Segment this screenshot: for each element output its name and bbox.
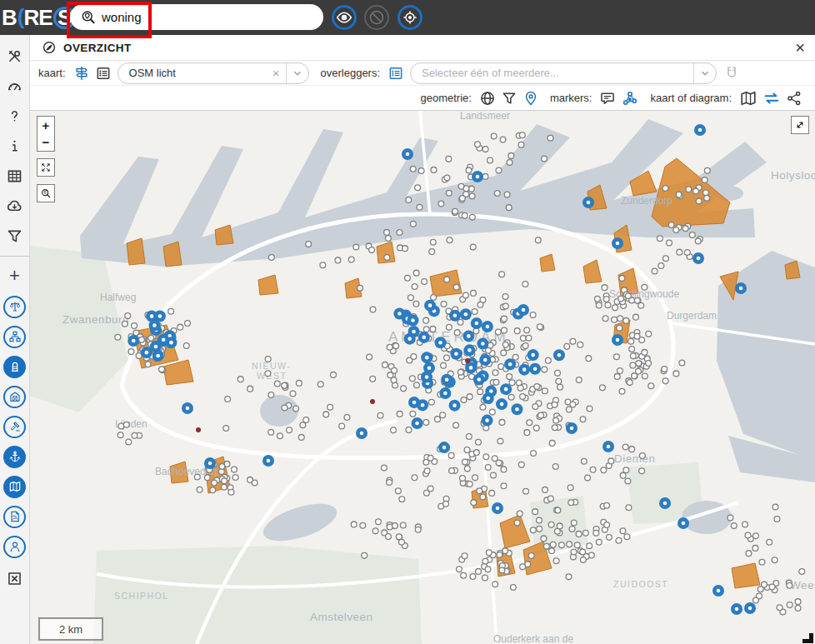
magnet-icon [722, 64, 741, 82]
building-circle [3, 356, 26, 378]
kaart-of-diagram-label: kaart of diagram: [650, 92, 732, 104]
compass-icon [42, 40, 57, 55]
sidebar-item-filter[interactable] [0, 221, 30, 251]
svg-text:Landsmeer: Landsmeer [460, 111, 510, 122]
geometry-toolbar: geometrie: markers: kaart of diagram: [30, 86, 815, 111]
comment-icon[interactable] [599, 90, 616, 107]
molecule-icon[interactable] [621, 89, 639, 107]
locate-button[interactable] [398, 5, 422, 30]
sidebar-item-bank[interactable] [0, 382, 30, 412]
panel-header: OVERZICHT × [30, 35, 815, 61]
share-icon[interactable] [786, 90, 802, 107]
map-icon[interactable] [739, 89, 758, 107]
funnel-icon[interactable] [501, 90, 518, 107]
sidebar-item-gavel[interactable] [0, 412, 30, 442]
overlay-select[interactable]: Selecteer één of meerdere... [410, 62, 717, 84]
hierarchy-circle [3, 326, 26, 348]
fullscreen-button[interactable] [791, 116, 809, 134]
question-icon [6, 107, 23, 125]
zoom-in-button[interactable]: + [37, 116, 55, 134]
resize-handle[interactable] [802, 633, 813, 643]
sidebar-divider [0, 256, 30, 257]
map-area[interactable]: LandsmeerHolyslootZunderdorpHalfwegZwane… [30, 111, 815, 644]
map-circle [3, 476, 26, 498]
table-icon [6, 167, 23, 185]
svg-text:NIEUW-: NIEUW- [252, 361, 291, 371]
expand-arrows-icon [40, 162, 52, 173]
person-icon [8, 540, 22, 553]
visibility-button[interactable] [332, 5, 357, 30]
gavel-circle [3, 416, 26, 438]
svg-text:Ouderkerk aan de: Ouderkerk aan de [493, 633, 573, 644]
x-square-icon [6, 570, 23, 587]
person-circle [3, 536, 26, 558]
overlay-placeholder: Selecteer één of meerdere... [411, 67, 693, 79]
markers-label: markers: [550, 92, 592, 104]
overleggers-label: overleggers: [321, 67, 381, 79]
scale-bar: 2 km [38, 617, 103, 641]
svg-text:ZUIDOOST: ZUIDOOST [613, 579, 668, 589]
sidebar-item-help[interactable] [0, 101, 30, 131]
search-zoom-button[interactable] [37, 184, 55, 202]
search-location-icon [80, 9, 97, 26]
svg-text:SCHIPHOL: SCHIPHOL [114, 591, 169, 601]
logo-letter: R [23, 5, 38, 31]
slash-circle-icon [368, 9, 385, 26]
fit-extent-button[interactable] [37, 158, 55, 177]
sidebar-item-add[interactable]: + [0, 260, 30, 292]
document-icon [8, 510, 22, 523]
sidebar-item-document[interactable] [0, 502, 30, 532]
panel-title: OVERZICHT [63, 42, 132, 54]
building-icon [8, 360, 22, 373]
cloud-download-icon [6, 197, 23, 215]
sidebar-item-anchor[interactable] [0, 442, 30, 472]
search-zoom-icon [40, 187, 52, 199]
kaart-label: kaart: [38, 67, 66, 79]
sidebar-item-tools[interactable] [0, 41, 30, 71]
tools-icon [6, 47, 23, 65]
bres-logo: B(RES [2, 4, 76, 31]
sidebar-item-dashboard[interactable] [0, 71, 30, 101]
sidebar-item-map[interactable] [0, 472, 30, 502]
signpost-icon[interactable] [73, 65, 90, 82]
sidebar-item-person[interactable] [0, 532, 30, 562]
logo-letter: E [38, 5, 52, 31]
zoom-out-button[interactable]: − [37, 133, 55, 152]
sidebar-item-download[interactable] [0, 191, 30, 221]
basemap-select[interactable]: OSM licht × [118, 62, 309, 84]
logo-paren: ( [18, 4, 24, 30]
funnel-icon [6, 227, 23, 245]
sidebar-item-table[interactable] [0, 161, 30, 191]
svg-text:Amstelveen: Amstelveen [310, 611, 373, 623]
top-bar: B(RES woning [0, 0, 815, 35]
disabled-button [364, 5, 389, 30]
sidebar: + [0, 35, 30, 644]
chevron-down-icon[interactable] [694, 63, 716, 83]
eye-icon [336, 9, 352, 26]
map-canvas[interactable]: LandsmeerHolyslootZunderdorpHalfwegZwane… [30, 111, 815, 644]
svg-text:Weesp: Weesp [790, 579, 815, 592]
sidebar-item-scales[interactable] [0, 292, 30, 322]
sidebar-item-info[interactable] [0, 131, 30, 161]
diag-expand-icon [794, 119, 806, 131]
swap-arrows-icon[interactable] [762, 89, 781, 107]
chevron-down-icon[interactable] [287, 63, 308, 83]
sidebar-item-close-panel[interactable] [0, 563, 30, 593]
layer-list-icon[interactable] [95, 65, 112, 82]
location-pin-icon[interactable] [522, 90, 539, 107]
svg-text:Zwanenburg: Zwanenburg [62, 313, 129, 326]
overlay-list-icon[interactable] [388, 65, 404, 82]
search-input[interactable]: woning [70, 4, 323, 30]
close-icon[interactable]: × [795, 39, 805, 56]
clear-icon[interactable]: × [267, 66, 286, 80]
globe-icon[interactable] [479, 90, 496, 107]
svg-text:Durgerdam: Durgerdam [667, 310, 717, 322]
basemap-value: OSM licht [118, 67, 267, 79]
sidebar-item-building[interactable] [0, 352, 30, 382]
svg-text:Halfweg: Halfweg [100, 292, 136, 303]
bank-icon [8, 390, 22, 403]
crosshair-icon [402, 9, 418, 26]
logo-letter: B [2, 5, 17, 31]
sidebar-item-hierarchy[interactable] [0, 322, 30, 352]
geometrie-label: geometrie: [420, 92, 471, 104]
